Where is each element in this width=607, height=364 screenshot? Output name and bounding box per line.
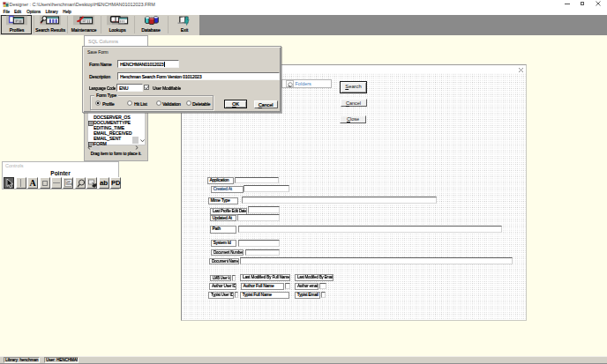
svg-text:Word: Word bbox=[65, 182, 71, 186]
